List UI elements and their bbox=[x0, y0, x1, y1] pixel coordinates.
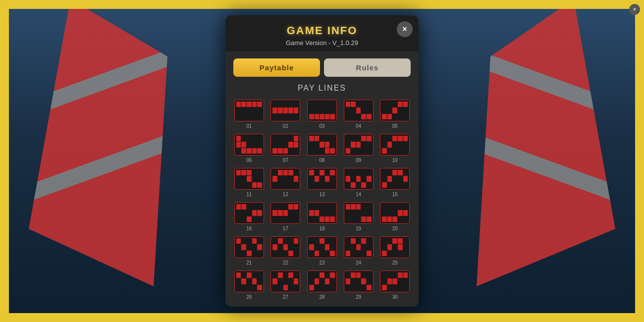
payline-number: 27 bbox=[283, 294, 288, 300]
payline-number: 28 bbox=[319, 294, 324, 300]
payline-number: 06 bbox=[246, 158, 252, 163]
payline-item: 04 bbox=[343, 100, 375, 129]
payline-number: 07 bbox=[283, 158, 288, 163]
payline-card bbox=[234, 100, 264, 121]
payline-card bbox=[307, 100, 337, 121]
payline-number: 16 bbox=[246, 226, 252, 231]
modal-title: GAME INFO bbox=[235, 24, 409, 37]
payline-card bbox=[344, 270, 374, 292]
payline-item: 10 bbox=[379, 134, 411, 163]
payline-number: 30 bbox=[392, 294, 398, 300]
payline-number: 29 bbox=[356, 294, 361, 300]
modal-body[interactable]: PAY LINES 010203040506070809101112131415… bbox=[225, 77, 419, 307]
payline-number: 01 bbox=[246, 123, 252, 129]
modal-header: GAME INFO Game Version - V_1.0.29 × bbox=[225, 15, 419, 52]
payline-item: 18 bbox=[306, 202, 338, 231]
payline-item: 25 bbox=[379, 236, 411, 266]
payline-item: 22 bbox=[270, 236, 302, 266]
payline-number: 03 bbox=[319, 123, 324, 129]
payline-item: 14 bbox=[343, 168, 375, 197]
corner-close-button[interactable]: × bbox=[629, 4, 640, 15]
section-title: PAY LINES bbox=[233, 84, 411, 93]
payline-card bbox=[380, 100, 410, 121]
payline-card bbox=[270, 168, 300, 190]
modal-version: Game Version - V_1.0.29 bbox=[235, 39, 409, 47]
payline-card bbox=[380, 236, 410, 258]
payline-item: 13 bbox=[306, 168, 338, 197]
payline-item: 01 bbox=[233, 100, 265, 129]
payline-number: 14 bbox=[356, 192, 361, 197]
payline-number: 17 bbox=[283, 226, 288, 231]
payline-item: 21 bbox=[233, 236, 265, 266]
payline-card bbox=[270, 100, 300, 121]
payline-item: 24 bbox=[343, 236, 375, 266]
payline-number: 23 bbox=[319, 260, 324, 266]
payline-number: 22 bbox=[283, 260, 288, 266]
payline-card bbox=[307, 202, 337, 224]
payline-card bbox=[234, 202, 264, 224]
payline-card bbox=[344, 134, 374, 156]
payline-number: 20 bbox=[392, 226, 398, 231]
payline-item: 06 bbox=[233, 134, 265, 163]
payline-item: 20 bbox=[379, 202, 411, 231]
payline-card bbox=[344, 236, 374, 258]
payline-card bbox=[307, 134, 337, 156]
game-info-modal: GAME INFO Game Version - V_1.0.29 × Payt… bbox=[225, 15, 419, 307]
payline-card bbox=[380, 202, 410, 224]
payline-card bbox=[380, 168, 410, 190]
tab-bar: Paytable Rules bbox=[225, 52, 419, 77]
payline-item: 27 bbox=[270, 270, 302, 300]
payline-number: 13 bbox=[319, 192, 324, 197]
payline-number: 04 bbox=[356, 123, 361, 129]
payline-item: 08 bbox=[306, 134, 338, 163]
payline-item: 02 bbox=[270, 100, 302, 129]
close-button[interactable]: × bbox=[397, 21, 413, 37]
payline-number: 02 bbox=[283, 123, 288, 129]
payline-item: 26 bbox=[233, 270, 265, 300]
payline-number: 05 bbox=[392, 123, 398, 129]
payline-card bbox=[270, 134, 300, 156]
payline-item: 30 bbox=[379, 270, 411, 300]
payline-number: 11 bbox=[246, 192, 252, 197]
background: DEMO GAME INFO Game Version - V_1.0.29 ×… bbox=[0, 0, 644, 322]
payline-card bbox=[307, 236, 337, 258]
payline-item: 17 bbox=[270, 202, 302, 231]
payline-number: 08 bbox=[319, 158, 324, 163]
payline-number: 24 bbox=[356, 260, 361, 266]
payline-item: 12 bbox=[270, 168, 302, 197]
payline-item: 28 bbox=[306, 270, 338, 300]
payline-number: 15 bbox=[392, 192, 398, 197]
payline-card bbox=[344, 168, 374, 190]
payline-card bbox=[234, 236, 264, 258]
payline-item: 05 bbox=[379, 100, 411, 129]
payline-number: 10 bbox=[392, 158, 398, 163]
payline-card bbox=[270, 270, 300, 292]
payline-number: 21 bbox=[246, 260, 252, 266]
payline-card bbox=[380, 270, 410, 292]
payline-item: 19 bbox=[343, 202, 375, 231]
payline-item: 29 bbox=[343, 270, 375, 300]
modal-overlay: GAME INFO Game Version - V_1.0.29 × Payt… bbox=[0, 0, 644, 322]
payline-card bbox=[307, 270, 337, 292]
paylines-grid: 0102030405060708091011121314151617181920… bbox=[233, 100, 411, 300]
payline-item: 23 bbox=[306, 236, 338, 266]
tab-rules[interactable]: Rules bbox=[324, 58, 411, 77]
payline-item: 16 bbox=[233, 202, 265, 231]
payline-card bbox=[234, 168, 264, 190]
payline-card bbox=[270, 236, 300, 258]
tab-paytable[interactable]: Paytable bbox=[233, 58, 320, 77]
payline-item: 07 bbox=[270, 134, 302, 163]
payline-card bbox=[344, 202, 374, 224]
payline-card bbox=[380, 134, 410, 156]
payline-number: 25 bbox=[392, 260, 398, 266]
payline-item: 11 bbox=[233, 168, 265, 197]
payline-item: 09 bbox=[343, 134, 375, 163]
payline-card bbox=[234, 134, 264, 156]
payline-number: 12 bbox=[283, 192, 288, 197]
payline-card bbox=[270, 202, 300, 224]
payline-number: 09 bbox=[356, 158, 361, 163]
payline-card bbox=[307, 168, 337, 190]
payline-number: 18 bbox=[319, 226, 324, 231]
payline-card bbox=[344, 100, 374, 121]
payline-item: 03 bbox=[306, 100, 338, 129]
